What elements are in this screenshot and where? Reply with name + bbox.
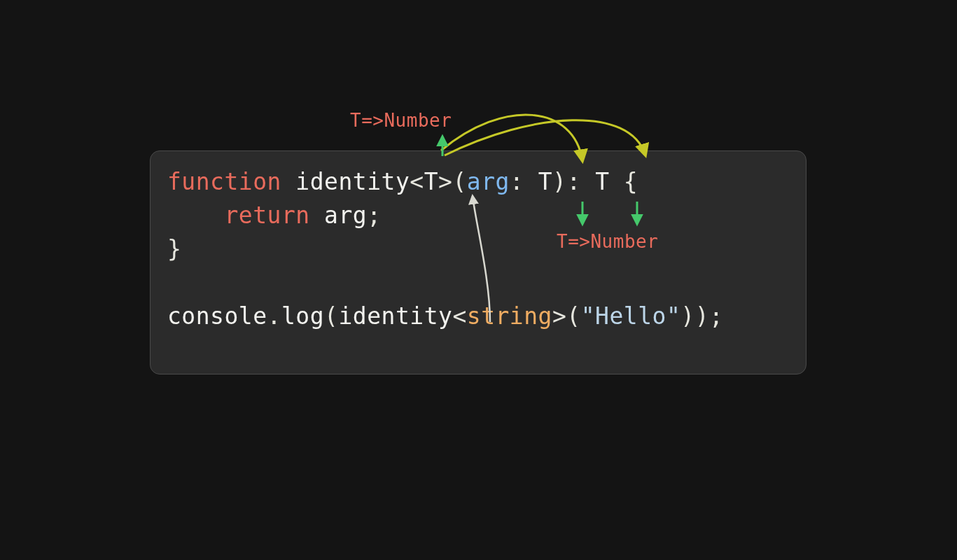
- lparen2: (: [566, 302, 580, 330]
- type-string: string: [467, 302, 552, 330]
- code-block: function identity<T>(arg: T): T { return…: [167, 165, 789, 333]
- colon: :: [510, 168, 538, 195]
- keyword-function: function: [167, 168, 281, 195]
- dot: .: [267, 302, 281, 330]
- lparen: (: [324, 302, 338, 330]
- rparen2: ): [680, 302, 694, 330]
- ident-identity: identity: [338, 302, 452, 330]
- rparen-colon: ):: [552, 168, 595, 195]
- close-brace: }: [167, 235, 181, 262]
- return-type-T: T: [595, 168, 609, 195]
- string-hello: "Hello": [581, 302, 681, 330]
- semi: ;: [709, 302, 723, 330]
- keyword-return: return: [224, 202, 309, 229]
- space: [281, 168, 295, 195]
- diagram-stage: T=>Number function identity<T>(arg: T): …: [0, 0, 957, 560]
- angle-lt: <: [410, 168, 424, 195]
- ident-console: console: [167, 302, 267, 330]
- angle-gt: >: [552, 302, 566, 330]
- ident-arg: arg: [324, 202, 367, 229]
- semi: ;: [367, 202, 381, 229]
- lparen: (: [452, 168, 466, 195]
- fn-identity: identity: [295, 168, 410, 195]
- space: [310, 202, 324, 229]
- code-card: function identity<T>(arg: T): T { return…: [150, 150, 806, 374]
- param-type-T: T: [538, 168, 552, 195]
- annotation-bottom: T=>Number: [557, 231, 658, 252]
- rparen: ): [695, 302, 709, 330]
- ident-log: log: [281, 302, 324, 330]
- angle-lt: <: [452, 302, 466, 330]
- angle-gt: >: [438, 168, 452, 195]
- indent: [167, 202, 224, 229]
- open-brace: {: [610, 168, 638, 195]
- annotation-top: T=>Number: [350, 110, 452, 131]
- generic-T: T: [424, 168, 438, 195]
- param-arg: arg: [467, 168, 510, 195]
